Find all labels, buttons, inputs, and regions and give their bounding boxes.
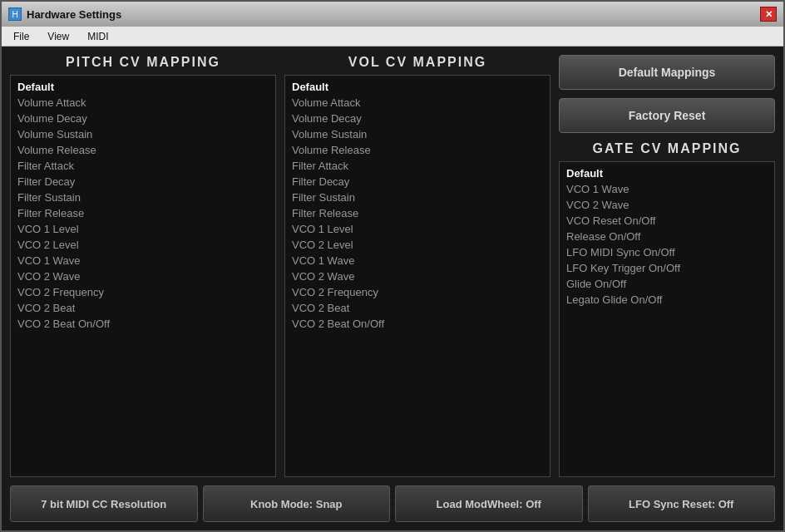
list-item[interactable]: VCO 2 Wave: [560, 197, 774, 213]
gate-cv-title: GATE CV MAPPING: [559, 141, 775, 156]
close-button[interactable]: ✕: [760, 7, 777, 22]
list-item[interactable]: VCO 2 Level: [285, 237, 550, 253]
list-item[interactable]: VCO 1 Wave: [285, 253, 550, 268]
list-item[interactable]: Filter Sustain: [285, 190, 550, 205]
knob-mode-button[interactable]: Knob Mode: Snap: [203, 485, 391, 522]
list-item[interactable]: Filter Release: [11, 205, 275, 221]
main-area: PITCH CV MAPPING DefaultVolume AttackVol…: [10, 55, 775, 477]
content-area: PITCH CV MAPPING DefaultVolume AttackVol…: [2, 47, 783, 530]
list-item[interactable]: VCO 2 Beat: [285, 300, 550, 316]
lfo-sync-reset-button[interactable]: LFO Sync Reset: Off: [588, 485, 776, 522]
list-item[interactable]: Filter Release: [285, 205, 550, 221]
hardware-settings-window: H Hardware Settings ✕ File View MIDI PIT…: [0, 0, 785, 532]
list-item[interactable]: Legato Glide On/Off: [560, 292, 774, 308]
list-item[interactable]: Volume Decay: [285, 111, 550, 126]
factory-reset-button[interactable]: Factory Reset: [559, 98, 775, 133]
list-item[interactable]: VCO 2 Beat On/Off: [285, 316, 550, 332]
vol-cv-panel: VOL CV MAPPING DefaultVolume AttackVolum…: [284, 55, 550, 477]
window-title: Hardware Settings: [27, 8, 121, 21]
list-item[interactable]: Glide On/Off: [560, 276, 774, 292]
list-item[interactable]: VCO 2 Level: [11, 237, 275, 253]
list-item[interactable]: Filter Attack: [285, 158, 550, 174]
menu-midi[interactable]: MIDI: [79, 29, 116, 44]
gate-cv-panel: GATE CV MAPPING DefaultVCO 1 WaveVCO 2 W…: [559, 141, 775, 477]
title-bar-left: H Hardware Settings: [8, 7, 121, 21]
list-item[interactable]: Default: [11, 79, 275, 95]
load-modwheel-button[interactable]: Load ModWheel: Off: [395, 485, 583, 522]
list-item[interactable]: Volume Attack: [11, 95, 275, 111]
list-item[interactable]: Filter Decay: [285, 174, 550, 190]
list-item[interactable]: Default: [560, 165, 774, 181]
list-item[interactable]: Filter Decay: [11, 174, 275, 190]
gate-cv-list[interactable]: DefaultVCO 1 WaveVCO 2 WaveVCO Reset On/…: [559, 161, 775, 477]
list-item[interactable]: Filter Attack: [11, 158, 275, 174]
pitch-cv-panel: PITCH CV MAPPING DefaultVolume AttackVol…: [10, 55, 276, 477]
list-item[interactable]: Release On/Off: [560, 229, 774, 244]
pitch-cv-title: PITCH CV MAPPING: [10, 55, 276, 70]
default-mappings-button[interactable]: Default Mappings: [559, 55, 775, 90]
title-bar: H Hardware Settings ✕: [2, 2, 783, 27]
list-item[interactable]: VCO 1 Level: [285, 221, 550, 237]
right-panel: Default Mappings Factory Reset GATE CV M…: [559, 55, 775, 477]
list-item[interactable]: VCO 1 Wave: [560, 181, 774, 197]
list-item[interactable]: VCO 2 Beat: [11, 300, 275, 316]
list-item[interactable]: Filter Sustain: [11, 190, 275, 205]
list-item[interactable]: Volume Sustain: [11, 126, 275, 142]
bottom-bar: 7 bit MIDI CC Resolution Knob Mode: Snap…: [10, 485, 775, 522]
list-item[interactable]: Default: [285, 79, 550, 95]
vol-cv-title: VOL CV MAPPING: [284, 55, 550, 70]
list-item[interactable]: Volume Release: [11, 142, 275, 158]
vol-cv-list[interactable]: DefaultVolume AttackVolume DecayVolume S…: [284, 75, 550, 477]
midi-resolution-button[interactable]: 7 bit MIDI CC Resolution: [10, 485, 198, 522]
menu-file[interactable]: File: [5, 29, 37, 44]
list-item[interactable]: Volume Attack: [285, 95, 550, 111]
list-item[interactable]: Volume Decay: [11, 111, 275, 126]
list-item[interactable]: VCO 2 Wave: [11, 268, 275, 284]
menu-bar: File View MIDI: [2, 27, 783, 47]
list-item[interactable]: VCO Reset On/Off: [560, 213, 774, 229]
list-item[interactable]: VCO 1 Wave: [11, 253, 275, 268]
list-item[interactable]: VCO 1 Level: [11, 221, 275, 237]
list-item[interactable]: Volume Release: [285, 142, 550, 158]
pitch-cv-list[interactable]: DefaultVolume AttackVolume DecayVolume S…: [10, 75, 276, 477]
list-item[interactable]: VCO 2 Frequency: [285, 284, 550, 300]
list-item[interactable]: VCO 2 Beat On/Off: [11, 316, 275, 332]
list-item[interactable]: VCO 2 Wave: [285, 268, 550, 284]
list-item[interactable]: Volume Sustain: [285, 126, 550, 142]
list-item[interactable]: VCO 2 Frequency: [11, 284, 275, 300]
list-item[interactable]: LFO MIDI Sync On/Off: [560, 244, 774, 260]
window-icon: H: [8, 7, 22, 21]
menu-view[interactable]: View: [39, 29, 77, 44]
list-item[interactable]: LFO Key Trigger On/Off: [560, 260, 774, 276]
